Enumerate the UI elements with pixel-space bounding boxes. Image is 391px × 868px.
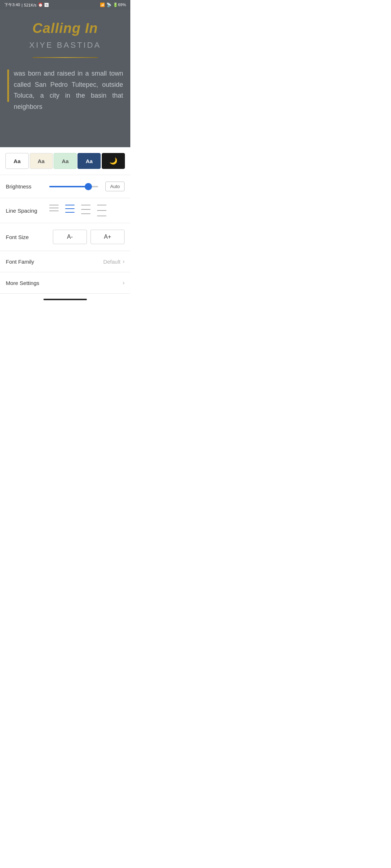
- theme-dark-button[interactable]: 🌙: [102, 153, 125, 169]
- font-size-increase-button[interactable]: A+: [91, 230, 125, 244]
- book-author: XIYE BASTIDA: [7, 41, 123, 50]
- theme-row: Aa Aa Aa Aa 🌙: [0, 147, 130, 175]
- battery-icon: 🔋69%: [113, 3, 126, 7]
- font-size-label: Font Size: [6, 234, 46, 240]
- theme-white-button[interactable]: Aa: [5, 153, 29, 169]
- brightness-slider[interactable]: [49, 186, 98, 187]
- line-spacing-row: Line Spacing: [0, 198, 130, 223]
- status-left: 下午3:40 | 521K/s ⏰ 🅽: [4, 2, 49, 8]
- more-settings-right: ›: [123, 280, 125, 286]
- font-family-right: Default ›: [103, 258, 125, 265]
- auto-button[interactable]: Auto: [105, 182, 125, 191]
- more-settings-chevron-icon: ›: [123, 280, 125, 286]
- status-speed: 521K/s: [24, 3, 36, 7]
- font-family-label: Font Family: [6, 259, 34, 265]
- title-divider: [33, 57, 98, 58]
- more-settings-row[interactable]: More Settings ›: [0, 272, 130, 294]
- line-spacing-xwide-button[interactable]: [97, 205, 106, 216]
- brightness-label: Brightness: [6, 183, 46, 190]
- line-spacing-icons: [49, 205, 106, 216]
- more-settings-label: More Settings: [6, 280, 39, 286]
- line-spacing-tight-button[interactable]: [49, 205, 59, 216]
- font-size-buttons: A- A+: [53, 230, 125, 244]
- theme-blue-button[interactable]: Aa: [77, 153, 101, 169]
- settings-panel: Aa Aa Aa Aa 🌙 Brightness Auto Line Spaci…: [0, 147, 130, 294]
- brightness-slider-wrap: [49, 186, 98, 187]
- font-size-row: Font Size A- A+: [0, 223, 130, 251]
- home-bar: [43, 299, 87, 300]
- slider-thumb: [85, 183, 92, 190]
- reader-area: Calling In XIYE BASTIDA was born and rai…: [0, 10, 130, 147]
- status-right: 📶 📡 🔋69%: [100, 3, 126, 7]
- quote-bar: [7, 69, 9, 102]
- book-excerpt: was born and raised in a small town call…: [7, 68, 123, 112]
- home-indicator: [0, 294, 130, 304]
- moon-icon: 🌙: [109, 157, 117, 165]
- line-spacing-label: Line Spacing: [6, 208, 46, 214]
- book-title: Calling In: [7, 21, 123, 36]
- status-time: 下午3:40: [4, 2, 20, 8]
- brightness-row: Brightness Auto: [0, 175, 130, 198]
- wifi-icon: 📡: [106, 3, 112, 7]
- alarm-icon: ⏰: [38, 3, 43, 7]
- line-spacing-wide-button[interactable]: [81, 205, 91, 216]
- theme-green-button[interactable]: Aa: [54, 153, 77, 169]
- font-family-row[interactable]: Font Family Default ›: [0, 251, 130, 272]
- font-family-chevron-icon: ›: [123, 258, 125, 265]
- theme-cream-button[interactable]: Aa: [30, 153, 53, 169]
- signal-icon: 📶: [100, 3, 105, 7]
- font-family-value: Default: [103, 259, 121, 265]
- font-size-decrease-button[interactable]: A-: [53, 230, 87, 244]
- status-separator: |: [21, 3, 22, 7]
- line-spacing-normal-button[interactable]: [65, 205, 75, 216]
- status-bar: 下午3:40 | 521K/s ⏰ 🅽 📶 📡 🔋69%: [0, 0, 130, 10]
- nfc-icon: 🅽: [45, 3, 49, 7]
